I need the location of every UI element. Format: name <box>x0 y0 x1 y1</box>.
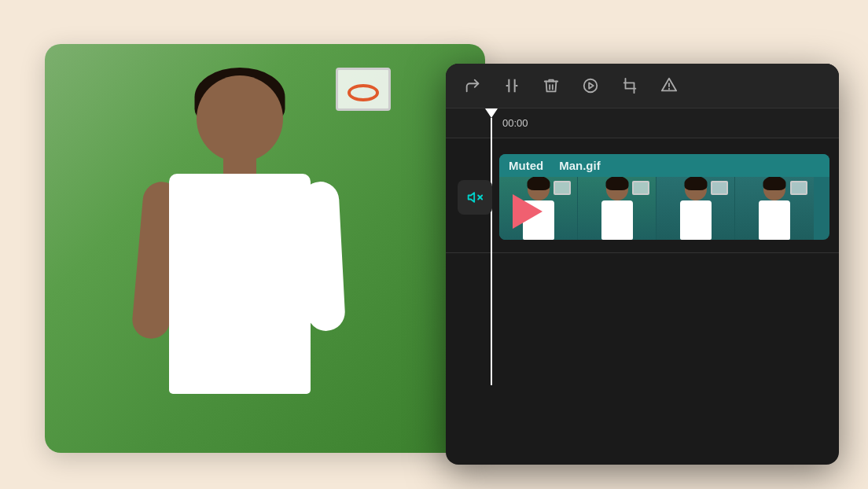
scene: 00:00 Muted Man.gif <box>21 20 847 469</box>
thumb-hoop-1 <box>554 181 571 195</box>
crop-icon[interactable] <box>619 75 641 97</box>
thumb-hair-4 <box>763 177 786 190</box>
thumb-hair-3 <box>684 177 707 190</box>
thumbnail-2 <box>578 177 657 240</box>
delete-icon[interactable] <box>540 75 562 97</box>
clip-name-label: Man.gif <box>559 159 601 172</box>
split-icon[interactable] <box>501 75 523 97</box>
thumb-body-4 <box>759 200 790 240</box>
person-body <box>169 174 311 394</box>
photo-card <box>45 44 485 453</box>
thumb-hoop-3 <box>711 181 728 195</box>
timeline-area: Muted Man.gif <box>446 142 839 252</box>
speed-icon[interactable] <box>579 75 601 97</box>
cursor-arrow <box>513 194 542 229</box>
timeline-ruler: 00:00 <box>446 108 839 138</box>
bottom-track <box>446 252 839 300</box>
mute-button[interactable] <box>458 180 492 215</box>
thumb-hoop-4 <box>790 181 807 195</box>
timecode: 00:00 <box>502 117 528 129</box>
thumb-person-4 <box>759 178 790 240</box>
thumbnail-3 <box>657 177 735 240</box>
person-head <box>197 75 283 162</box>
playhead-arrow <box>485 108 498 118</box>
editor-panel: 00:00 Muted Man.gif <box>446 64 839 465</box>
editor-toolbar <box>446 64 839 108</box>
thumb-person-2 <box>601 178 633 240</box>
svg-marker-5 <box>589 83 594 88</box>
clip-track[interactable]: Muted Man.gif <box>499 154 829 240</box>
redo-icon[interactable] <box>462 75 484 97</box>
adjust-icon[interactable] <box>658 75 680 97</box>
svg-point-4 <box>584 79 598 93</box>
photo-background <box>45 44 485 453</box>
thumb-hoop-2 <box>632 181 649 195</box>
thumb-body-2 <box>601 200 633 240</box>
thumb-body-3 <box>680 200 712 240</box>
thumbnail-4 <box>735 177 814 240</box>
thumb-person-3 <box>680 178 712 240</box>
thumbnails-strip <box>499 177 829 240</box>
person-figure <box>114 75 366 453</box>
thumb-hair-2 <box>605 177 628 190</box>
thumb-hair-1 <box>527 177 550 190</box>
mute-icon <box>467 189 483 205</box>
clip-muted-label: Muted <box>509 159 543 172</box>
clip-header: Muted Man.gif <box>499 154 829 177</box>
svg-marker-9 <box>469 193 475 202</box>
